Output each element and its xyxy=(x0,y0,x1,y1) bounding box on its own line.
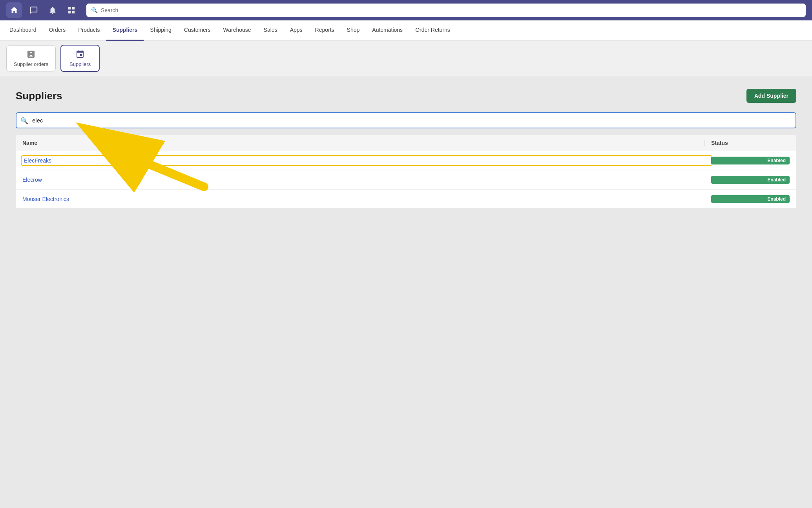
suppliers-search-icon: 🔍 xyxy=(20,117,28,124)
nav-automations[interactable]: Automations xyxy=(366,20,409,41)
nav-customers[interactable]: Customers xyxy=(178,20,217,41)
grid-icon[interactable] xyxy=(64,3,78,17)
home-button[interactable] xyxy=(6,2,22,18)
nav-reports[interactable]: Reports xyxy=(309,20,341,41)
notifications-icon[interactable] xyxy=(46,3,60,17)
nav-shipping[interactable]: Shipping xyxy=(144,20,178,41)
col-status-header: Status xyxy=(711,140,790,146)
supplier-status-mouser: Enabled xyxy=(711,195,790,203)
main-nav: Dashboard Orders Products Suppliers Ship… xyxy=(0,20,812,41)
subnav-supplier-orders-label: Supplier orders xyxy=(14,61,48,67)
table-header: Name Status xyxy=(16,135,796,151)
nav-dashboard[interactable]: Dashboard xyxy=(3,20,43,41)
nav-apps[interactable]: Apps xyxy=(284,20,309,41)
table-row[interactable]: Elecrow Enabled xyxy=(16,170,796,190)
nav-products[interactable]: Products xyxy=(72,20,106,41)
subnav-suppliers[interactable]: Suppliers xyxy=(60,45,100,72)
suppliers-table: Name Status ElecFreaks Enabled Elecrow E… xyxy=(16,135,796,209)
table-row[interactable]: Mouser Electronics Enabled xyxy=(16,190,796,208)
col-name-header: Name xyxy=(22,140,698,146)
supplier-name-mouser[interactable]: Mouser Electronics xyxy=(22,196,711,202)
page-header: Suppliers Add Supplier xyxy=(16,89,796,103)
nav-orders[interactable]: Orders xyxy=(43,20,72,41)
supplier-name-elecfreaks[interactable]: ElecFreaks xyxy=(22,157,711,164)
page-title: Suppliers xyxy=(16,90,62,102)
global-search-icon: 🔍 xyxy=(91,7,98,13)
suppliers-search-input[interactable] xyxy=(16,112,796,128)
add-supplier-button[interactable]: Add Supplier xyxy=(746,89,796,103)
table-row[interactable]: ElecFreaks Enabled xyxy=(16,151,796,170)
global-search-input[interactable] xyxy=(101,7,801,13)
messages-icon[interactable] xyxy=(27,3,41,17)
nav-shop[interactable]: Shop xyxy=(341,20,366,41)
subnav-supplier-orders[interactable]: Supplier orders xyxy=(6,45,56,71)
global-search-bar[interactable]: 🔍 xyxy=(86,4,806,17)
supplier-status-elecrow: Enabled xyxy=(711,176,790,184)
col-divider xyxy=(704,140,705,146)
nav-order-returns[interactable]: Order Returns xyxy=(409,20,456,41)
topbar: 🔍 xyxy=(0,0,812,20)
nav-sales[interactable]: Sales xyxy=(257,20,284,41)
suppliers-search-wrapper: 🔍 xyxy=(16,112,796,128)
subnav-suppliers-label: Suppliers xyxy=(69,61,91,67)
content-area: Suppliers Add Supplier 🔍 Name Status Ele… xyxy=(0,76,812,508)
supplier-status-elecfreaks: Enabled xyxy=(711,157,790,164)
subnav: Supplier orders Suppliers xyxy=(0,41,812,76)
supplier-name-elecrow[interactable]: Elecrow xyxy=(22,177,711,183)
nav-suppliers[interactable]: Suppliers xyxy=(106,20,144,41)
nav-warehouse[interactable]: Warehouse xyxy=(217,20,257,41)
